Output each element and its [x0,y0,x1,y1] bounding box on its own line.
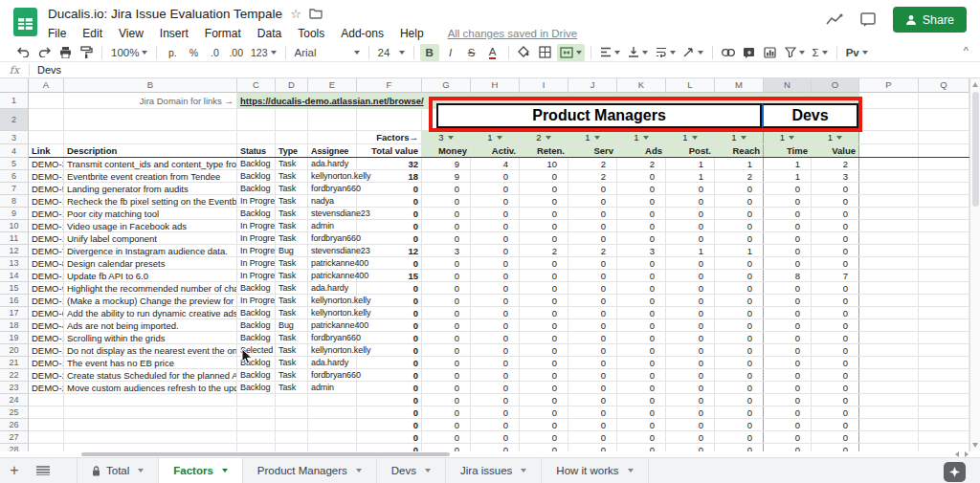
functions-button[interactable]: Σ [810,44,831,61]
cell-description[interactable]: (Make a mockup) Change the preview for t… [64,295,237,306]
row-header-22[interactable]: 22 [0,369,29,382]
cell-link[interactable]: DEMO-14 [29,295,64,306]
cell-total-value[interactable]: 0 [357,220,422,231]
cell-factor-value[interactable]: 0 [471,232,520,244]
cell-factor-value[interactable]: 0 [666,319,715,331]
cell-factor-value[interactable]: 0 [471,170,520,182]
cell-factor-value[interactable]: 0 [520,394,568,406]
cell-factor-value[interactable]: 0 [764,282,812,294]
cell-factor-value[interactable]: 0 [568,307,617,318]
cell[interactable] [919,270,969,281]
cell-factor-value[interactable]: 0 [812,394,859,406]
cell[interactable] [859,419,919,430]
undo-button[interactable] [13,44,33,61]
cell[interactable] [919,295,969,306]
cell-factor-value[interactable]: 0 [520,183,568,194]
cell-description[interactable] [64,431,237,443]
cell-header-type[interactable]: Type [276,144,308,157]
cell[interactable] [919,431,969,443]
cell-product-managers[interactable]: Product Managers [436,103,762,128]
cell-factor-value[interactable]: 0 [520,307,568,318]
cell-description[interactable]: Unify label component [64,232,237,244]
cell-factor-value[interactable]: 0 [617,257,666,269]
cell-factor-value[interactable]: 0 [568,382,617,393]
cell-link[interactable]: DEMO-15 [29,220,64,231]
cell-type[interactable]: Bug [276,319,308,331]
cell-assignee[interactable]: fordbryan660 [308,369,357,381]
cell[interactable] [859,270,919,281]
cell-type[interactable]: Task [276,295,308,306]
cell[interactable] [859,93,919,108]
cell-factor-value[interactable]: 0 [422,344,471,356]
cell-link[interactable] [29,419,64,430]
cell[interactable]: 2 [520,131,568,143]
cell-factor-value[interactable]: 0 [520,382,568,393]
cell-factor-value[interactable]: 0 [764,406,812,418]
cell-header-activ[interactable]: Activ. [471,144,520,157]
cell-status[interactable]: Backlog [237,332,276,343]
row-header-1[interactable]: 1 [0,93,29,109]
column-header-P[interactable]: P [859,78,919,93]
cell-description[interactable]: Landing generator from audits [64,183,237,194]
cell-factor-value[interactable]: 1 [666,245,715,256]
cell-link[interactable] [29,394,64,406]
cell-factor-value[interactable]: 0 [764,257,812,269]
cell[interactable] [64,109,237,130]
cell-factor-value[interactable]: 8 [764,270,812,281]
cell[interactable] [919,245,969,256]
cell-type[interactable]: Task [276,208,308,219]
cell-factor-value[interactable]: 0 [812,295,859,306]
cell-factor-value[interactable]: 0 [568,257,617,269]
cell-factor-value[interactable]: 0 [715,183,764,194]
cell-factor-value[interactable]: 1 [666,170,715,182]
cell-factor-value[interactable]: 0 [764,307,812,318]
cell[interactable] [859,109,919,130]
cell-status[interactable]: Selected fo [237,344,276,356]
cell-factor-value[interactable]: 0 [422,208,471,219]
cell-type[interactable]: Task [276,257,308,269]
cell-factor-value[interactable]: 0 [617,195,666,207]
cell-factor-value[interactable]: 0 [764,444,812,451]
cell[interactable]: 1 [764,131,812,143]
cell-link[interactable]: DEMO-4 [29,319,64,331]
insert-comment-button[interactable] [740,44,759,61]
text-wrap-button[interactable] [653,44,679,61]
formula-input[interactable]: Devs [37,64,61,76]
cell-factor-value[interactable]: 0 [471,419,520,430]
cell[interactable] [919,394,969,406]
cell-type[interactable]: Task [276,382,308,393]
cell-factor-value[interactable]: 10 [520,158,568,169]
cell-factor-value[interactable]: 0 [764,232,812,244]
cell-factor-value[interactable]: 0 [764,419,812,430]
row-header-15[interactable]: 15 [0,282,29,295]
select-all-corner[interactable] [0,78,29,93]
cell-factor-value[interactable]: 0 [715,307,764,318]
row-header-10[interactable]: 10 [0,220,29,232]
cell-total-value[interactable]: 0 [357,307,422,318]
cell-factor-value[interactable]: 0 [471,307,520,318]
cell-factor-value[interactable]: 1 [666,158,715,169]
cell-type[interactable]: Task [276,282,308,294]
cell-factor-value[interactable]: 0 [715,282,764,294]
decrease-decimal-button[interactable]: .0 [205,44,224,61]
cell-factor-value[interactable]: 0 [520,419,568,430]
cell-type[interactable]: Task [276,232,308,244]
cell-link[interactable]: DEMO-17 [29,332,64,343]
cell-header-total[interactable]: Total value [357,144,422,157]
cell-type[interactable] [276,394,308,406]
column-header-N[interactable]: N [764,78,812,93]
cell-factor-value[interactable]: 0 [666,270,715,281]
cell[interactable] [919,257,969,269]
all-sheets-button[interactable] [29,458,57,483]
cell-assignee[interactable]: nadya [308,195,357,207]
cell-assignee[interactable]: kellynorton.kelly [308,295,357,306]
cell-factor-value[interactable]: 0 [520,357,568,368]
cell[interactable] [357,109,422,130]
cell[interactable]: 1 [666,131,715,143]
cell-factor-value[interactable]: 0 [617,208,666,219]
cell-factor-value[interactable]: 0 [764,319,812,331]
stats-icon[interactable] [826,13,843,27]
cell-header-link[interactable]: Link [29,144,64,157]
cell-factor-value[interactable]: 0 [715,195,764,207]
cell-factor-value[interactable]: 0 [812,232,859,244]
